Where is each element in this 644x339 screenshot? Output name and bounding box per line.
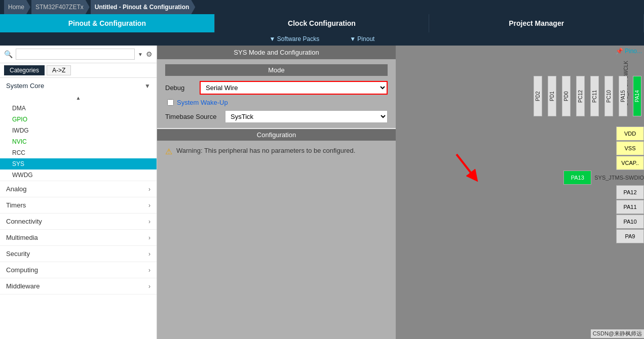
pin-col-pc10: PC10 [601, 76, 616, 116]
category-header-timers[interactable]: Timers › [0, 197, 157, 213]
pin-box-vdd[interactable]: VDD [616, 126, 644, 141]
pin-box-pa9[interactable]: PA9 [616, 229, 644, 243]
category-analog: Analog › [0, 181, 157, 197]
pin-col-pa14: PA14 [630, 76, 644, 116]
chip-area: 📌 Pino... SYS_JTCK-SWCLK PD2 PD1 PD0 PC1… [396, 46, 644, 339]
right-pin-row-pa13: PA13 SYS_JTMS-SWDIO [563, 171, 644, 185]
panel-title: SYS Mode and Configuration [157, 46, 396, 59]
category-label-security: Security [6, 250, 30, 258]
sidebar-item-nvic[interactable]: NVIC [0, 136, 157, 147]
sidebar-item-rcc[interactable]: RCC [0, 147, 157, 158]
category-header-security[interactable]: Security › [0, 246, 157, 262]
category-label-analog: Analog [6, 185, 26, 193]
category-connectivity: Connectivity › [0, 214, 157, 230]
scroll-arrows: ▲ [0, 94, 157, 103]
tab-project[interactable]: Project Manager [429, 14, 644, 32]
pin-col-pd0: PD0 [559, 76, 573, 116]
pinout-label[interactable]: 📌 Pino... [616, 48, 642, 55]
debug-field: Debug Serial Wire JTAG (5 pins) JTAG (4 … [165, 81, 388, 95]
breadcrumb-page[interactable]: Untitled - Pinout & Configuration [91, 0, 196, 14]
search-input[interactable] [16, 49, 135, 60]
pin-pd1[interactable]: PD1 [548, 76, 556, 116]
pin-pc12[interactable]: PC12 [576, 76, 585, 116]
expand-icon-computing: › [148, 267, 150, 274]
right-pin-row-pa12: PA12 [563, 185, 644, 199]
expand-icon-analog: › [148, 186, 150, 193]
config-section-title: Configuration [157, 129, 396, 141]
mode-section: Mode Debug Serial Wire JTAG (5 pins) JTA… [157, 59, 396, 128]
cat-tab-categories[interactable]: Categories [4, 65, 45, 75]
warning-text: Warning: This peripheral has no paramete… [176, 147, 355, 154]
category-header-multimedia[interactable]: Multimedia › [0, 230, 157, 245]
wakeup-label: System Wake-Up [177, 99, 228, 106]
warning-icon: ⚠ [165, 147, 172, 156]
category-label-multimedia: Multimedia [6, 234, 38, 241]
category-header-analog[interactable]: Analog › [0, 181, 157, 197]
sidebar-item-gpio[interactable]: GPIO [0, 114, 157, 125]
svg-line-1 [457, 154, 474, 177]
main-area: 🔍 ▼ ⚙ Categories A->Z System Core ▼ ▲ [0, 46, 644, 339]
pin-box-vss[interactable]: VSS [616, 141, 644, 155]
category-computing: Computing › [0, 262, 157, 278]
sidebar-item-dma[interactable]: DMA [0, 103, 157, 114]
category-label-system-core: System Core [6, 82, 44, 90]
pin-pd0[interactable]: PD0 [562, 76, 571, 116]
subtab-pinout[interactable]: ▼ Pinout [350, 35, 374, 43]
gear-button[interactable]: ⚙ [146, 50, 153, 58]
expand-icon-system-core: ▼ [144, 82, 150, 90]
pin-pc11[interactable]: PC11 [590, 76, 599, 116]
center-panel: SYS Mode and Configuration Mode Debug Se… [157, 46, 396, 339]
pin-box-pa10[interactable]: PA10 [616, 215, 644, 229]
category-header-connectivity[interactable]: Connectivity › [0, 214, 157, 229]
pin-box-vcap[interactable]: VCAP.. [616, 156, 644, 170]
pin-col-pd1: PD1 [545, 76, 559, 116]
pin-labels-top: PD2 PD1 PD0 PC12 PC11 PC10 PA15 PA14 [531, 76, 644, 116]
subtab-software-packs[interactable]: ▼ Software Packs [270, 35, 320, 43]
timebase-label: Timebase Source [165, 113, 221, 120]
category-system-core: System Core ▼ ▲ DMA GPIO IWDG NVIC RCC S… [0, 78, 157, 181]
sidebar: 🔍 ▼ ⚙ Categories A->Z System Core ▼ ▲ [0, 46, 157, 339]
pin-col-pa15: PA15 [616, 76, 630, 116]
right-pins: VDD VSS VCAP.. PA13 SYS_JTMS-SWDIO PA12 … [563, 126, 644, 244]
cat-tab-az[interactable]: A->Z [47, 65, 71, 75]
search-bar: 🔍 ▼ ⚙ [0, 46, 157, 63]
expand-icon-timers: › [148, 202, 150, 209]
pin-box-pa11[interactable]: PA11 [616, 200, 644, 214]
tab-bar: Pinout & Configuration Clock Configurati… [0, 14, 644, 32]
debug-select[interactable]: Serial Wire JTAG (5 pins) JTAG (4 pins) … [201, 82, 387, 94]
warning-box: ⚠ Warning: This peripheral has no parame… [157, 141, 396, 162]
wakeup-checkbox[interactable] [167, 99, 174, 106]
category-header-middleware[interactable]: Middleware › [0, 278, 157, 294]
right-pin-row-pa9: PA9 [563, 229, 644, 243]
category-header-computing[interactable]: Computing › [0, 262, 157, 278]
category-label-computing: Computing [6, 266, 38, 274]
search-dropdown-arrow[interactable]: ▼ [138, 52, 143, 57]
category-label-connectivity: Connectivity [6, 218, 42, 225]
category-label-middleware: Middleware [6, 282, 40, 290]
pin-box-pa12[interactable]: PA12 [616, 185, 644, 199]
sidebar-item-iwdg[interactable]: IWDG [0, 125, 157, 136]
scroll-up-btn[interactable]: ▲ [76, 96, 81, 101]
pin-pc10[interactable]: PC10 [604, 76, 613, 116]
timebase-select[interactable]: SysTick TIM1 TIM2 [225, 110, 388, 123]
breadcrumb-chip[interactable]: STM32F407ZETx [31, 0, 90, 14]
pin-col-pc12: PC12 [573, 76, 587, 116]
pin-pa14[interactable]: PA14 [633, 76, 641, 116]
tab-pinout[interactable]: Pinout & Configuration [0, 14, 215, 32]
tab-clock[interactable]: Clock Configuration [215, 14, 430, 32]
sub-items-system-core: DMA GPIO IWDG NVIC RCC SYS WWDG [0, 103, 157, 181]
watermark: CSDN@来静枫师远 [591, 329, 644, 338]
right-pin-row-pa10: PA10 [563, 215, 644, 229]
sidebar-item-sys[interactable]: SYS [0, 158, 157, 169]
expand-icon-security: › [148, 250, 150, 258]
pin-box-pa13[interactable]: PA13 [563, 171, 591, 185]
pin-pd2[interactable]: PD2 [534, 76, 542, 116]
breadcrumb-home[interactable]: Home [4, 0, 30, 14]
category-timers: Timers › [0, 197, 157, 214]
category-header-system-core[interactable]: System Core ▼ [0, 78, 157, 94]
expand-icon-connectivity: › [148, 218, 150, 225]
right-pin-row-vcap: VCAP.. [563, 156, 644, 170]
pin-pa15[interactable]: PA15 [619, 76, 627, 116]
right-pin-row-vss: VSS [563, 141, 644, 155]
sidebar-item-wwdg[interactable]: WWDG [0, 169, 157, 181]
